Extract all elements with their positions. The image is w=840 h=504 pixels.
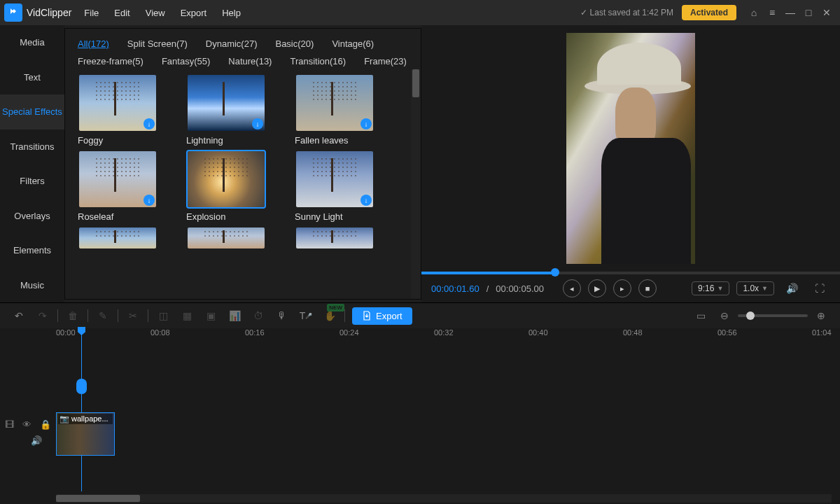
ruler-tick: 00:08 [150,328,170,337]
effect-item[interactable]: ↓Roseleaf [72,151,181,222]
track-controls: 🎞 👁 🔒 🔊 [0,419,56,446]
edit-button[interactable]: ✎ [92,307,113,325]
stats-button[interactable]: 📊 [224,307,245,325]
pip-button[interactable]: ▣ [200,307,221,325]
timeline-scrollbar[interactable] [56,494,832,503]
track-film-icon[interactable]: 🎞 [5,419,14,430]
activated-button[interactable]: Activated [682,5,736,20]
main-area: Media Text Special Effects Transitions F… [0,25,840,302]
export-button[interactable]: Export [352,307,412,325]
download-icon[interactable]: ↓ [360,118,372,130]
tab-elements[interactable]: Elements [0,233,64,268]
redo-button[interactable]: ↷ [32,307,53,325]
ruler-tick: 00:16 [245,328,265,337]
effect-item[interactable]: ↓Foggy [72,75,181,146]
play-button[interactable]: ▶ [588,279,606,298]
aspect-ratio-selector[interactable]: 9:16▼ [692,281,729,295]
window-maximize-icon[interactable]: □ [799,7,818,18]
crop-button[interactable]: ◫ [153,307,174,325]
tab-text[interactable]: Text [0,60,64,95]
fit-button[interactable]: ▭ [690,307,711,325]
preview-panel: 00:00:01.60 / 00:00:05.00 ◂ ▶ ▸ ■ 9:16▼ … [421,25,840,302]
menu-export[interactable]: Export [181,8,207,18]
effect-item[interactable] [181,227,289,253]
timeline-marker[interactable] [76,379,87,394]
app-name: VidClipper [27,7,71,18]
effects-scrollbar[interactable] [411,69,421,299]
category-frame[interactable]: Frame(23) [364,56,407,66]
tab-filters[interactable]: Filters [0,164,64,199]
speed-button[interactable]: ⏱ [248,307,269,325]
category-basic[interactable]: Basic(20) [275,38,314,49]
hand-button[interactable]: ✋NEW [319,307,340,325]
download-icon[interactable]: ↓ [360,195,372,206]
current-time: 00:00:01.60 [431,284,479,294]
fullscreen-icon[interactable]: ⛶ [809,279,830,298]
last-saved-text: ✓ Last saved at 1:42 PM [580,8,673,18]
clip-label: 📷 wallpape... [58,414,113,424]
category-fantasy[interactable]: Fantasy(55) [162,56,210,66]
window-minimize-icon[interactable]: — [781,7,799,18]
tab-music[interactable]: Music [0,268,64,303]
home-icon[interactable]: ⌂ [745,7,763,18]
titlebar: VidClipper File Edit View Export Help ✓ … [0,0,840,25]
delete-button[interactable]: 🗑 [62,307,83,325]
hamburger-icon[interactable]: ≡ [763,7,781,18]
effect-item[interactable]: ↓Sunny Light [289,151,398,222]
track-audio-icon[interactable]: 🔊 [31,435,42,446]
download-icon[interactable]: ↓ [252,118,263,130]
track-lock-icon[interactable]: 🔒 [40,419,51,430]
mosaic-button[interactable]: ▦ [176,307,197,325]
ruler-tick: 00:56 [718,328,737,337]
preview-stage[interactable] [421,25,840,272]
preview-progress[interactable] [421,272,840,274]
video-clip[interactable]: 📷 wallpape... [56,412,115,456]
speed-selector[interactable]: 1.0x▼ [736,281,774,295]
tab-transitions[interactable]: Transitions [0,130,64,164]
tab-overlays[interactable]: Overlays [0,199,64,234]
category-dynamic[interactable]: Dynamic(27) [206,38,258,49]
prev-frame-button[interactable]: ◂ [563,279,581,298]
category-transition[interactable]: Transition(16) [290,56,346,66]
category-vintage[interactable]: Vintage(6) [332,38,374,49]
download-icon[interactable]: ↓ [144,118,155,130]
effect-categories: All(172)Split Screen(7)Dynamic(27)Basic(… [65,29,421,69]
undo-button[interactable]: ↶ [8,307,29,325]
effect-label: Sunny Light [289,211,398,222]
menu-view[interactable]: View [146,8,165,18]
timeline-toolbar: ↶ ↷ 🗑 ✎ ✂ ◫ ▦ ▣ 📊 ⏱ 🎙 T🎤 ✋NEW Export ▭ ⊖… [0,303,840,328]
stop-button[interactable]: ■ [638,279,657,298]
split-button[interactable]: ✂ [122,307,144,325]
category-split-screen[interactable]: Split Screen(7) [127,38,188,49]
tab-special-effects[interactable]: Special Effects [0,94,64,130]
playhead-line[interactable] [81,328,82,491]
effect-item[interactable]: ↓Lightning [181,75,289,146]
next-frame-button[interactable]: ▸ [613,279,631,298]
menu-help[interactable]: Help [222,8,241,18]
time-separator: / [486,284,489,294]
menu-file[interactable]: File [84,8,99,18]
text-to-speech-button[interactable]: T🎤 [295,307,316,325]
volume-icon[interactable]: 🔊 [781,279,802,298]
effect-item[interactable]: ↓Fallen leaves [289,75,398,146]
category-nature[interactable]: Nature(13) [228,56,272,66]
timeline-tracks[interactable]: 🎞 👁 🔒 🔊 📷 wallpape... [0,342,840,504]
zoom-slider[interactable] [738,314,808,317]
category-freeze-frame[interactable]: Freeze-frame(5) [78,56,144,66]
effect-item[interactable]: Explosion [181,151,289,222]
voiceover-button[interactable]: 🎙 [272,307,293,325]
track-visibility-icon[interactable]: 👁 [22,419,31,430]
window-close-icon[interactable]: ✕ [818,7,836,18]
effect-label: Roseleaf [72,211,181,222]
menu-edit[interactable]: Edit [114,8,130,18]
download-icon[interactable]: ↓ [144,195,155,206]
effect-item[interactable] [72,227,181,253]
category-all[interactable]: All(172) [78,38,109,49]
zoom-in-button[interactable]: ⊕ [811,307,832,325]
tab-media[interactable]: Media [0,25,64,60]
zoom-out-button[interactable]: ⊖ [714,307,735,325]
total-time: 00:00:05.00 [496,284,544,294]
effect-item[interactable] [289,227,398,253]
ruler-tick: 00:00 [56,328,76,337]
timeline-ruler[interactable]: 00:0000:0800:1600:2400:3200:4000:4800:56… [0,328,840,342]
